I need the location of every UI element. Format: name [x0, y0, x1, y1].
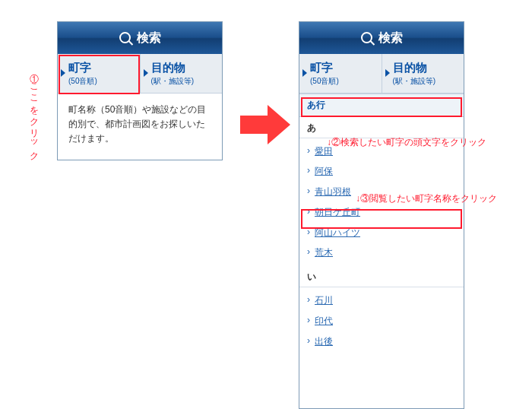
search-icon — [119, 32, 131, 43]
annotation-step2: ↓②検索したい町字の頭文字をクリック — [327, 137, 486, 149]
panel-header: 検索 — [299, 22, 464, 54]
tab-mokuteki-sub: (駅・施設等) — [393, 76, 460, 87]
header-label: 検索 — [378, 30, 403, 46]
list-item[interactable]: 印代 — [299, 311, 464, 331]
list-item[interactable]: 出後 — [299, 331, 464, 352]
header-label: 検索 — [137, 30, 161, 46]
annotation-step1: ①ここをクリック — [27, 67, 40, 157]
tab-mokuteki[interactable]: 目的物 (駅・施設等) — [382, 54, 464, 93]
search-panel-left: 検索 町字 (50音順) 目的物 (駅・施設等) 町名称（50音順）や施設などの… — [57, 21, 223, 160]
tab-bar: 町字 (50音順) 目的物 (駅・施設等) — [299, 54, 464, 94]
chevron-right-icon — [61, 69, 65, 77]
tab-machiaza[interactable]: 町字 (50音順) — [58, 54, 140, 93]
panel-header: 検索 — [58, 22, 222, 54]
chevron-right-icon — [144, 69, 148, 77]
list-item[interactable]: 石川 — [299, 290, 464, 311]
panel-description: 町名称（50音順）や施設などの目的別で、都市計画図をお探しいただけます。 — [58, 94, 222, 160]
annotation-step3: ↓③閲覧したい町字名称をクリック — [356, 193, 497, 205]
letter-a[interactable]: あ — [299, 117, 464, 138]
list-item[interactable]: 阿保 — [299, 161, 464, 182]
tab-machiaza-title: 町字 — [310, 62, 377, 75]
tab-machiaza-sub: (50音順) — [68, 76, 135, 87]
annotation-step1-text: ここをクリック — [29, 77, 40, 157]
tab-bar: 町字 (50音順) 目的物 (駅・施設等) — [58, 54, 222, 94]
tab-mokuteki-title: 目的物 — [393, 62, 460, 75]
search-icon — [361, 32, 372, 43]
tab-machiaza-title: 町字 — [68, 62, 135, 75]
tab-mokuteki[interactable]: 目的物 (駅・施設等) — [140, 54, 223, 93]
annotation-step1-number: ① — [29, 67, 40, 77]
tab-machiaza[interactable]: 町字 (50音順) — [299, 54, 382, 93]
section-a-gyou[interactable]: あ行 — [299, 94, 464, 117]
link-list-i: 石川 印代 出後 — [299, 287, 464, 354]
search-panel-right: 検索 町字 (50音順) 目的物 (駅・施設等) あ行 あ 愛田 阿保 青山羽根… — [299, 21, 464, 409]
letter-i[interactable]: い — [299, 266, 464, 287]
list-item[interactable]: 荒木 — [299, 243, 464, 263]
list-item[interactable]: 阿山ハイツ — [299, 223, 464, 243]
list-item[interactable]: 朝日ケ丘町 — [299, 202, 464, 223]
chevron-right-icon — [385, 69, 390, 77]
tab-mokuteki-sub: (駅・施設等) — [151, 76, 218, 87]
chevron-right-icon — [302, 69, 307, 77]
tab-machiaza-sub: (50音順) — [310, 76, 377, 87]
tab-mokuteki-title: 目的物 — [151, 62, 218, 75]
